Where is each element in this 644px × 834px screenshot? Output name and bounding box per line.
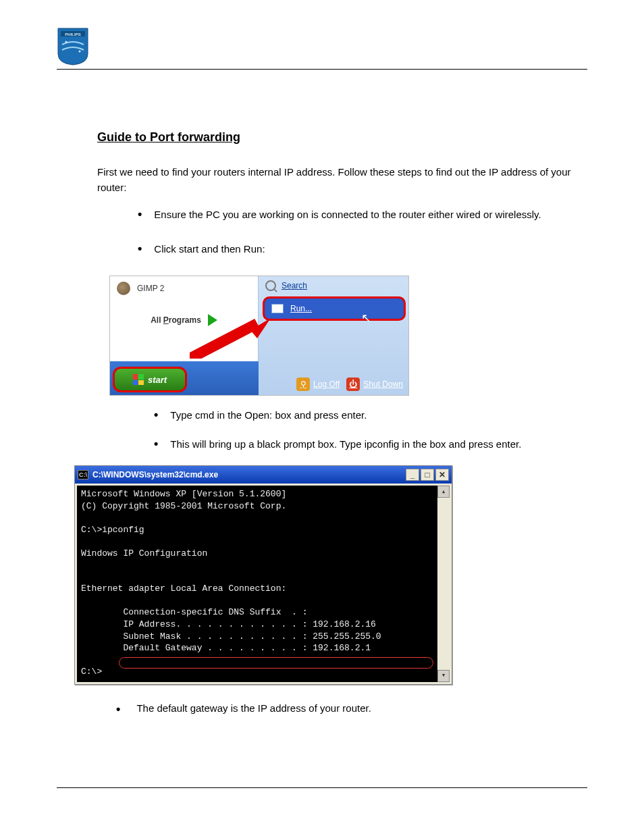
arrow-right-icon [208, 314, 217, 326]
shut-down-button[interactable]: ⏻ Shut Down [346, 377, 403, 391]
shutdown-label: Shut Down [363, 380, 403, 389]
gimp-icon [117, 282, 130, 295]
step-item: • Ensure the PC you are working on is co… [138, 207, 587, 223]
step-item: • Type cmd in the Open: box and press en… [154, 408, 587, 423]
search-icon [265, 280, 276, 291]
bullet-icon: • [154, 408, 158, 423]
final-bullet-text: The default gateway is the IP address of… [136, 702, 371, 714]
cmd-titlebar[interactable]: C:\ C:\WINDOWS\system32\cmd.exe _ □ ✕ [75, 466, 452, 484]
run-menu-item[interactable]: Run... ↖ [263, 296, 406, 321]
footer-divider [57, 787, 587, 788]
philips-logo: PHILIPS [57, 27, 89, 66]
startmenu-right-panel: Search Run... ↖ ⚲ Log Off ⏻ Shut Down [259, 276, 409, 396]
taskbar: start [110, 361, 259, 395]
bullet-icon: • [138, 242, 142, 257]
step-item: • This will bring up a black prompt box.… [154, 437, 587, 452]
screenshot-cmd-window: C:\ C:\WINDOWS\system32\cmd.exe _ □ ✕ ▴ … [74, 465, 452, 685]
run-icon [271, 304, 284, 313]
windows-flag-icon [133, 374, 144, 385]
bullet-icon: • [138, 207, 142, 223]
step-text: Type cmd in the Open: box and press ente… [170, 408, 587, 423]
final-bullet-row: • The default gateway is the IP address … [97, 702, 587, 716]
search-label: Search [281, 281, 307, 290]
cmd-body[interactable]: ▴ ▾ Microsoft Windows XP [Version 5.1.26… [77, 486, 450, 682]
all-programs-label: All Programs [151, 315, 201, 325]
cmd-icon: C:\ [78, 470, 88, 479]
intro-paragraph: First we need to find your routers inter… [97, 165, 587, 195]
startmenu-left-panel: GIMP 2 All Programs [110, 276, 259, 363]
scrollbar[interactable]: ▴ ▾ [437, 486, 450, 682]
startmenu-app-row[interactable]: GIMP 2 [110, 276, 258, 301]
cmd-output: Microsoft Windows XP [Version 5.1.2600] … [81, 488, 432, 678]
svg-text:PHILIPS: PHILIPS [65, 32, 80, 36]
step-text: Click start and then Run: [154, 242, 587, 257]
maximize-button[interactable]: □ [421, 469, 434, 481]
step-text: This will bring up a black prompt box. T… [170, 437, 587, 452]
gimp-label: GIMP 2 [137, 284, 164, 293]
start-button[interactable]: start [113, 367, 187, 392]
scroll-up-button[interactable]: ▴ [437, 486, 450, 498]
scroll-down-button[interactable]: ▾ [437, 670, 450, 682]
search-menu-item[interactable]: Search [259, 276, 409, 295]
all-programs-button[interactable]: All Programs [110, 314, 258, 326]
mouse-cursor-icon: ↖ [361, 311, 371, 325]
screenshot-start-run: GIMP 2 All Programs start Search [109, 276, 409, 396]
bullet-icon: • [154, 437, 158, 452]
cmd-title-text: C:\WINDOWS\system32\cmd.exe [92, 470, 218, 479]
page-header: PHILIPS [57, 27, 587, 70]
run-label: Run... [290, 304, 312, 313]
close-button[interactable]: ✕ [435, 469, 449, 481]
svg-point-3 [79, 51, 81, 53]
power-icon: ⏻ [346, 377, 360, 391]
bullet-icon: • [116, 702, 134, 716]
log-off-button[interactable]: ⚲ Log Off [296, 377, 340, 391]
logoff-label: Log Off [313, 380, 340, 389]
logoff-icon: ⚲ [296, 377, 310, 391]
svg-point-2 [65, 41, 68, 43]
step-item: • Click start and then Run: [138, 242, 587, 257]
section-heading: Guide to Port forwarding [97, 130, 587, 145]
minimize-button[interactable]: _ [406, 469, 419, 481]
step-text: Ensure the PC you are working on is conn… [154, 207, 587, 223]
start-label: start [148, 375, 167, 385]
